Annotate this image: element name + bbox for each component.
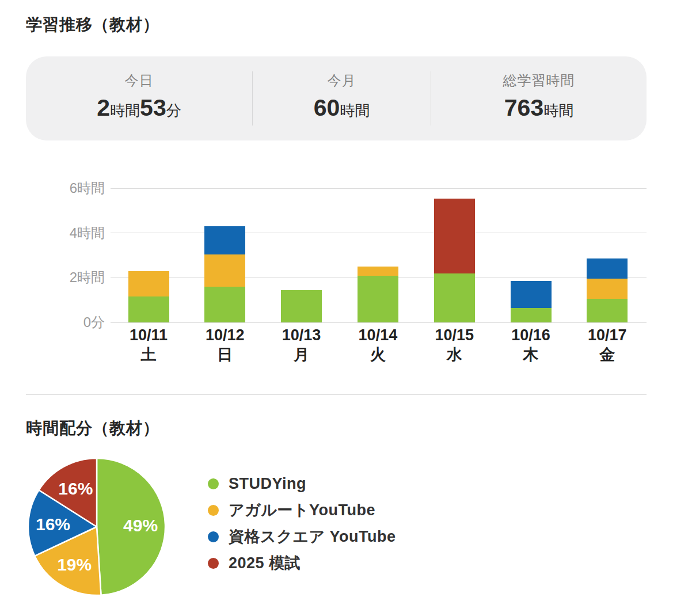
x-axis-weekday-label: 木 [491,345,571,364]
legend-label: 資格スクエア YouTube [229,526,396,547]
legend-dot-icon [208,478,219,489]
legend-item-2025-mock-exam: 2025 模試 [208,555,396,571]
study-dashboard: 学習推移（教材） 今日 2時間53分 今月 60時間 総学習時間 763時間 0… [0,0,673,616]
y-axis-tick-label: 0分 [23,313,105,332]
bar-segment [587,279,628,299]
x-axis-date-label: 10/15 [414,326,495,344]
legend-label: アガルートYouTube [229,500,375,520]
x-axis-weekday-label: 水 [414,345,495,364]
y-axis-tick-label: 6時間 [23,179,105,197]
x-axis-weekday-label: 月 [261,345,342,364]
x-axis-date-label: 10/16 [491,326,571,344]
bar-segment [128,296,169,322]
legend-dot-icon [208,558,219,569]
bar-segment [128,271,169,297]
x-axis-weekday-label: 火 [337,345,418,364]
legend-item-agaroot-youtube: アガルートYouTube [208,502,396,518]
x-axis-weekday-label: 土 [108,345,189,364]
bar-segment [434,273,475,322]
bar-segment [587,299,628,322]
bar-segment [358,267,398,276]
legend-item-shikaku-square-youtube: 資格スクエア YouTube [208,528,396,545]
pie-slice-percentage-label: 19% [57,555,92,574]
bar-segment [511,308,552,322]
x-axis-date-label: 10/14 [337,326,418,344]
x-axis-date-label: 10/13 [261,326,342,344]
y-axis-tick-label: 4時間 [23,224,105,242]
legend-dot-icon [208,505,219,516]
legend-label: STUDYing [229,475,306,493]
pie-slice-percentage-label: 16% [58,479,93,498]
grid-line [111,188,647,189]
x-axis-weekday-label: 日 [185,345,265,364]
x-axis-date-label: 10/17 [567,326,648,344]
legend-item-studying: STUDYing [208,476,396,492]
bar-segment [434,199,475,273]
section-title-time-allocation: 時間配分（教材） [26,417,159,439]
bar-segment [511,281,552,308]
grid-line [111,233,647,233]
bar-segment [281,290,322,322]
bar-segment [204,226,245,254]
bar-segment [204,254,245,287]
legend-dot-icon [208,531,219,542]
pie-slice-percentage-label: 16% [36,515,70,534]
x-axis-weekday-label: 金 [567,345,648,364]
x-axis-date-label: 10/11 [108,326,189,344]
bar-segment [587,258,628,279]
y-axis-tick-label: 2時間 [23,268,105,287]
section-divider [26,394,647,395]
legend-label: 2025 模試 [229,553,301,573]
x-axis-date-label: 10/12 [185,326,265,344]
pie-slice-percentage-label: 49% [123,516,158,535]
pie-legend: STUDYing アガルートYouTube 資格スクエア YouTube 202… [208,476,396,571]
pie-chart: 49%19%16%16% [26,457,167,597]
bar-segment [358,276,398,322]
bar-segment [204,287,245,322]
